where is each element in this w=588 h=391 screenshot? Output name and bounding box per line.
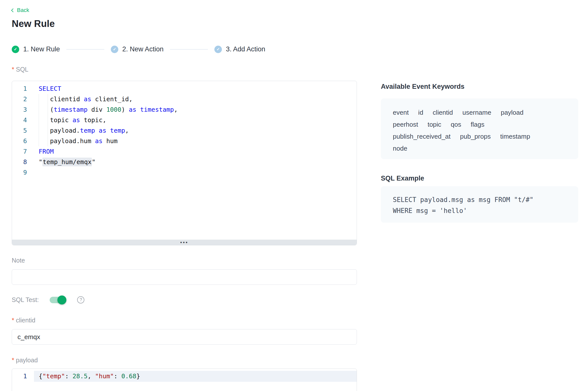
code-content: "temp_hum/emqx" <box>34 157 357 167</box>
sql-example-heading: SQL Example <box>381 175 424 182</box>
event-keyword: timestamp <box>500 130 530 142</box>
event-keyword: qos <box>451 118 461 130</box>
code-content: {"temp": 28.5, "hum": 0.68} <box>34 371 357 382</box>
required-asterisk: * <box>12 357 14 364</box>
event-keyword: publish_received_at <box>393 130 450 142</box>
sql-code-editor[interactable]: 1SELECT2 clientid as client_id,3 (timest… <box>12 81 357 245</box>
sql-test-toggle[interactable] <box>50 297 66 303</box>
line-number: 5 <box>12 125 34 136</box>
code-content: (timestamp div 1000) as timestamp, <box>34 104 357 115</box>
code-content: SELECT <box>34 84 357 94</box>
code-content: payload.hum as hum <box>34 136 357 146</box>
payload-field-label-text: payload <box>16 357 38 364</box>
code-content <box>34 167 357 178</box>
code-line: 6 payload.hum as hum <box>12 136 357 146</box>
sql-example-line: SELECT payload.msg as msg FROM "t/#" <box>393 194 566 205</box>
page-title: New Rule <box>12 18 55 29</box>
event-keyword: node <box>393 142 407 154</box>
step-label: 3. Add Action <box>226 45 265 53</box>
back-chevron-icon <box>11 8 15 12</box>
payload-code-editor[interactable]: 1{"temp": 28.5, "hum": 0.68} <box>12 369 357 391</box>
stepper-step-add-action[interactable]: ✓ 3. Add Action <box>214 45 265 53</box>
line-number: 6 <box>12 136 34 146</box>
note-field-label: Note <box>12 257 25 264</box>
code-line: 5 payload.temp as temp, <box>12 125 357 136</box>
payload-field-label: * payload <box>12 357 38 364</box>
stepper-connector <box>170 49 208 50</box>
keywords-heading: Available Event Keywords <box>381 83 464 91</box>
stepper: ✓ 1. New Rule ✓ 2. New Action ✓ 3. Add A… <box>12 45 286 53</box>
note-field-label-text: Note <box>12 257 25 264</box>
event-keyword: username <box>462 106 491 118</box>
editor-resize-handle[interactable]: ••• <box>12 240 357 245</box>
code-line: 7FROM <box>12 146 357 157</box>
code-content: clientid as client_id, <box>34 94 357 104</box>
line-number: 1 <box>12 371 34 382</box>
code-content: payload.temp as temp, <box>34 125 357 136</box>
code-line: 9 <box>12 167 357 178</box>
sql-editor-lines: 1SELECT2 clientid as client_id,3 (timest… <box>12 81 357 178</box>
required-asterisk: * <box>12 66 14 73</box>
indent-guide <box>39 94 39 146</box>
line-number: 2 <box>12 94 34 104</box>
event-keyword: topic <box>428 118 441 130</box>
back-button[interactable]: Back <box>12 7 29 13</box>
code-line: 1{"temp": 28.5, "hum": 0.68} <box>12 371 357 382</box>
sql-example-line: WHERE msg = 'hello' <box>393 205 566 216</box>
clientid-field-label-text: clientid <box>16 317 35 324</box>
event-keyword: clientid <box>433 106 453 118</box>
code-line: 4 topic as topic, <box>12 115 357 125</box>
line-number: 4 <box>12 115 34 125</box>
code-line: 3 (timestamp div 1000) as timestamp, <box>12 104 357 115</box>
required-asterisk: * <box>12 317 14 324</box>
sql-test-row: SQL Test: ? <box>12 296 84 303</box>
event-keyword: event <box>393 106 409 118</box>
sql-test-label: SQL Test: <box>12 296 39 303</box>
sql-field-label-text: SQL <box>16 66 28 73</box>
step-check-icon: ✓ <box>111 46 118 53</box>
code-line: 1SELECT <box>12 84 357 94</box>
step-label: 1. New Rule <box>23 45 60 53</box>
clientid-input[interactable] <box>12 329 357 345</box>
payload-editor-lines: 1{"temp": 28.5, "hum": 0.68} <box>12 369 357 382</box>
step-check-icon: ✓ <box>214 46 222 53</box>
event-keywords-panel: eventidclientidusernamepayloadpeerhostto… <box>381 98 578 159</box>
step-check-icon: ✓ <box>12 46 19 53</box>
toggle-knob <box>57 295 66 304</box>
stepper-step-new-rule[interactable]: ✓ 1. New Rule <box>12 45 60 53</box>
code-content: topic as topic, <box>34 115 357 125</box>
event-keyword: flags <box>471 118 484 130</box>
stepper-step-new-action[interactable]: ✓ 2. New Action <box>111 45 163 53</box>
code-line: 8"temp_hum/emqx" <box>12 157 357 167</box>
sql-field-label: * SQL <box>12 66 28 73</box>
event-keyword: peerhost <box>393 118 418 130</box>
event-keyword: id <box>418 106 423 118</box>
line-number: 9 <box>12 167 34 178</box>
indent-guide <box>48 94 48 146</box>
note-input[interactable] <box>12 269 357 285</box>
line-number: 7 <box>12 146 34 157</box>
help-icon[interactable]: ? <box>77 296 84 303</box>
line-number: 8 <box>12 157 34 167</box>
clientid-field-label: * clientid <box>12 317 35 324</box>
line-number: 3 <box>12 104 34 115</box>
event-keyword: payload <box>501 106 523 118</box>
code-line: 2 clientid as client_id, <box>12 94 357 104</box>
code-content: FROM <box>34 146 357 157</box>
line-number: 1 <box>12 84 34 94</box>
step-label: 2. New Action <box>122 45 163 53</box>
sql-example-panel: SELECT payload.msg as msg FROM "t/#"WHER… <box>381 186 578 223</box>
back-label: Back <box>17 7 29 13</box>
stepper-connector <box>66 49 104 50</box>
event-keyword: pub_props <box>460 130 491 142</box>
